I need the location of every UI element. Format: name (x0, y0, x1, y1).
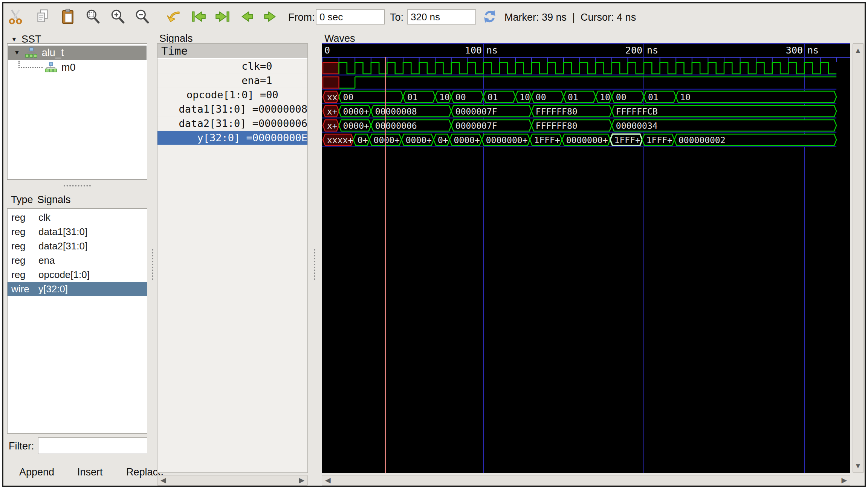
signal-list-row[interactable]: regdata2[31:0] (8, 239, 147, 253)
forward-button[interactable] (262, 8, 279, 25)
signal-type-cell: reg (8, 226, 34, 238)
scroll-down-arrow-icon[interactable]: ▼ (854, 462, 862, 469)
bus-value: 00000008 (375, 107, 417, 116)
back-button[interactable] (238, 8, 255, 25)
copy-button[interactable] (34, 8, 52, 25)
bus-value: 10 (520, 92, 530, 102)
bus-value: xx (327, 92, 338, 102)
scroll-left-arrow-icon[interactable]: ◀ (325, 477, 331, 484)
signal-list-row[interactable]: wirey[32:0] (8, 282, 147, 296)
wave-svg: xx000110000110000110000110x+0000+0000000… (322, 43, 850, 473)
shift-left-button[interactable] (165, 8, 182, 25)
scroll-up-arrow-icon[interactable]: ▲ (854, 47, 862, 54)
signal-row[interactable]: opcode[1:0] =00 (157, 88, 307, 102)
tree-item-alu_t[interactable]: ▼ alu_t (8, 46, 147, 60)
signal-list-row[interactable]: regopcode[1:0] (8, 267, 147, 282)
signal-type-cell: wire (8, 283, 34, 295)
cut-button[interactable] (7, 8, 24, 25)
bus-value: 000000002 (679, 135, 726, 145)
waves-hscrollbar[interactable]: ◀ ▶ (322, 475, 850, 486)
sst-expander-icon[interactable]: ▼ (11, 36, 17, 43)
tree-item-label: alu_t (42, 47, 64, 59)
signal-name: data2[31:0] (157, 117, 252, 130)
to-input[interactable] (407, 9, 476, 24)
signal-name-cell: data1[31:0] (34, 226, 87, 238)
paste-icon (59, 8, 76, 25)
bus-value: 10 (680, 92, 691, 102)
zoom-out-button[interactable] (133, 8, 151, 25)
tree-item-m0[interactable]: m0 (8, 60, 147, 75)
signal-type-cell: reg (8, 255, 34, 266)
signal-name-cell: y[32:0] (34, 283, 68, 295)
toolbar: From: To: Marker: 39 ns | Cursor: 4 ns (3, 3, 865, 30)
signal-row[interactable]: data1[31:0] =00000008 (157, 102, 307, 116)
pane-resize-handle[interactable] (64, 185, 91, 186)
signal-row[interactable]: y[32:0] =00000000E (157, 131, 307, 145)
go-to-start-button[interactable] (190, 8, 207, 25)
signal-list-row[interactable]: regena (8, 253, 147, 267)
signals-hscrollbar[interactable]: ◀ ▶ (157, 475, 308, 486)
go-to-end-button[interactable] (214, 8, 231, 25)
scroll-left-arrow-icon[interactable]: ◀ (160, 477, 166, 484)
copy-icon (34, 8, 52, 25)
bus-value: 1FFF+ (534, 135, 560, 145)
to-label: To: (390, 12, 403, 23)
bus-value: 00000006 (375, 121, 417, 131)
back-icon (238, 8, 255, 25)
zoom-in-button[interactable] (109, 8, 126, 25)
insert-button[interactable]: Insert (75, 466, 105, 478)
signals-rows: clk=0ena=1opcode[1:0] =00data1[31:0] =00… (157, 60, 307, 145)
bus-value: x+ (327, 107, 338, 116)
wave-canvas[interactable]: 0100ns200ns300ns xx000110000110000110000… (322, 43, 850, 473)
bus-value: 0000007F (455, 107, 497, 116)
signal-list-row[interactable]: regdata1[31:0] (8, 225, 147, 239)
time-header[interactable]: Time (157, 44, 307, 59)
bus-value: 0000+ (343, 107, 369, 116)
bus-value: 0000007F (455, 121, 497, 131)
module-icon (25, 47, 37, 58)
bus-value: 01 (487, 92, 498, 102)
scroll-right-arrow-icon[interactable]: ▶ (299, 477, 304, 484)
pane-resize-handle[interactable] (314, 249, 315, 280)
signal-type-cell: reg (8, 269, 34, 281)
signal-type-cell: reg (8, 240, 34, 252)
pane-resize-handle[interactable] (152, 249, 153, 280)
signal-name: y[32:0] (157, 131, 246, 145)
bus-value: FFFFFFCB (616, 107, 658, 116)
bus-value: FFFFFF80 (536, 121, 578, 131)
bus-value: 01 (407, 92, 418, 102)
signal-row[interactable]: clk=0 (157, 60, 307, 73)
bus-value: 10 (439, 92, 450, 102)
cut-icon (7, 8, 24, 25)
paste-button[interactable] (59, 8, 76, 25)
x-region (323, 77, 339, 88)
clock-wave (339, 63, 837, 74)
bus-value: 01 (648, 92, 659, 102)
signal-row[interactable]: ena=1 (157, 74, 307, 87)
signal-name: opcode[1:0] (157, 88, 260, 102)
tree-connector (18, 61, 43, 68)
waves-panel-title: Waves (324, 33, 355, 44)
bus-value: 01 (568, 92, 578, 102)
filter-input[interactable] (38, 437, 147, 454)
zoom-fit-button[interactable] (84, 8, 101, 25)
signals-panel-title: Signals (159, 33, 193, 44)
scroll-right-arrow-icon[interactable]: ▶ (841, 477, 847, 484)
signals-list-header: Signals (37, 194, 71, 206)
bus-value: 0000000+ (566, 135, 608, 145)
signal-list-row[interactable]: regclk (8, 210, 147, 225)
filter-label: Filter: (9, 440, 34, 452)
append-button[interactable]: Append (17, 466, 57, 478)
signal-value: =1 (260, 74, 307, 87)
signal-row[interactable]: data2[31:0] =00000006 (157, 117, 307, 130)
waves-vscrollbar[interactable]: ▲ ▼ (853, 43, 864, 473)
app-window: From: To: Marker: 39 ns | Cursor: 4 ns ▼… (2, 2, 866, 487)
bus-value: 0+ (358, 135, 368, 145)
tree-expander-icon[interactable]: ▼ (14, 49, 20, 56)
signal-name-cell: ena (34, 255, 55, 266)
bus-value: 00 (616, 92, 627, 102)
reload-button[interactable] (481, 8, 498, 25)
sst-tree: ▼ alu_t m0 (7, 43, 147, 180)
bus-value: 1FFF+ (646, 135, 672, 145)
from-input[interactable] (316, 9, 385, 24)
